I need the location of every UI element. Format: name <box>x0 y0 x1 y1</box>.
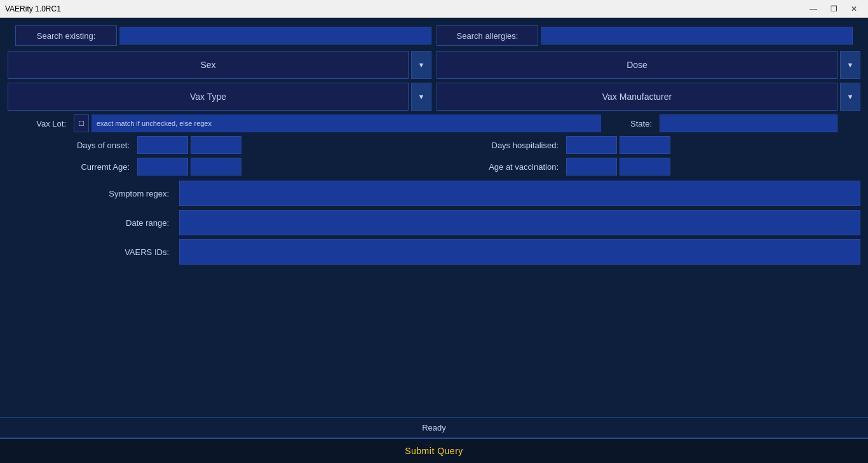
form-area: Search existing: Search allergies: Sex ▼… <box>0 18 868 417</box>
app-title: VAERity 1.0RC1 <box>5 4 61 13</box>
days-row: Days of onset: 0.0 44224.0 Days hospital… <box>8 136 860 154</box>
age-row: Curremt Age: 0.0 120.0 Age at vaccinatio… <box>8 158 860 176</box>
submit-query-button[interactable]: Submit Query <box>405 446 463 456</box>
current-age-group: Curremt Age: 0.0 120.0 <box>8 158 431 176</box>
symptom-regex-row: Symptom regex: <box>8 181 860 206</box>
current-age-max[interactable]: 120.0 <box>191 158 241 176</box>
search-row: Search existing: Search allergies: <box>8 23 860 48</box>
vaers-ids-input[interactable] <box>179 239 860 265</box>
symptom-regex-input[interactable] <box>179 181 860 206</box>
vaxmanufacturer-field: Vax Manufacturer ▼ <box>437 83 860 111</box>
sex-button[interactable]: Sex <box>8 51 409 79</box>
age-vax-max[interactable]: 119.0 <box>620 158 670 176</box>
status-bar: Ready <box>0 417 868 438</box>
vaxtype-field: Vax Type ▼ <box>8 83 431 111</box>
titlebar: VAERity 1.0RC1 — ❐ ✕ <box>0 0 868 18</box>
search-existing-group: Search existing: <box>15 25 431 46</box>
search-allergies-label: Search allergies: <box>437 25 538 46</box>
vaxlot-group: Vax Lot: ☐ exact match if unchecked, els… <box>8 114 601 132</box>
state-label: State: <box>606 119 657 128</box>
vaxlot-input-wrapper: exact match if unchecked, else regex <box>92 114 601 132</box>
vaers-ids-label: VAERS IDs: <box>8 247 179 257</box>
date-range-input[interactable] <box>179 210 860 235</box>
age-vax-group: Age at vaccination: 0.0 119.0 <box>437 158 860 176</box>
date-range-row: Date range: <box>8 210 860 235</box>
age-vax-min[interactable]: 0.0 <box>566 158 617 176</box>
search-existing-label: Search existing: <box>15 25 117 46</box>
days-hosp-min[interactable]: 0.0 <box>566 136 617 154</box>
days-hosp-group: Days hospitalised: 0.0 99999.0 <box>437 136 860 154</box>
sex-field: Sex ▼ <box>8 51 431 79</box>
vaxmanufacturer-dropdown-icon[interactable]: ▼ <box>840 83 860 111</box>
dose-button[interactable]: Dose <box>437 51 837 79</box>
maximize-button[interactable]: ❐ <box>825 3 843 15</box>
vaxlot-state-row: Vax Lot: ☐ exact match if unchecked, els… <box>8 114 860 132</box>
close-button[interactable]: ✕ <box>845 3 863 15</box>
minimize-button[interactable]: — <box>804 3 822 15</box>
days-onset-min[interactable]: 0.0 <box>137 136 188 154</box>
days-onset-group: Days of onset: 0.0 44224.0 <box>8 136 431 154</box>
search-existing-input[interactable] <box>119 27 431 45</box>
dose-dropdown-icon[interactable]: ▼ <box>840 51 860 79</box>
days-onset-label: Days of onset: <box>8 141 135 150</box>
search-allergies-input[interactable] <box>541 27 853 45</box>
vaxlot-input[interactable] <box>92 114 601 132</box>
main-content: Search existing: Search allergies: Sex ▼… <box>0 18 868 463</box>
status-text: Ready <box>422 423 446 432</box>
sex-dose-row: Sex ▼ Dose ▼ <box>8 51 860 79</box>
days-onset-max[interactable]: 44224.0 <box>191 136 241 154</box>
state-input[interactable] <box>660 114 837 132</box>
current-age-label: Curremt Age: <box>8 162 135 172</box>
age-vax-label: Age at vaccination: <box>437 162 564 172</box>
window-controls: — ❐ ✕ <box>804 3 863 15</box>
date-range-label: Date range: <box>8 218 179 228</box>
symptom-regex-label: Symptom regex: <box>8 189 179 198</box>
current-age-min[interactable]: 0.0 <box>137 158 188 176</box>
days-hosp-label: Days hospitalised: <box>437 141 564 150</box>
vaxtype-button[interactable]: Vax Type <box>8 83 409 111</box>
vaxtype-manufacturer-row: Vax Type ▼ Vax Manufacturer ▼ <box>8 83 860 111</box>
submit-bar: Submit Query <box>0 438 868 463</box>
vaxmanufacturer-button[interactable]: Vax Manufacturer <box>437 83 837 111</box>
dose-field: Dose ▼ <box>437 51 860 79</box>
state-group: State: <box>606 114 860 132</box>
vaxlot-label: Vax Lot: <box>8 119 71 128</box>
search-allergies-group: Search allergies: <box>437 25 853 46</box>
vaxlot-checkbox[interactable]: ☐ <box>74 114 89 132</box>
vaers-ids-row: VAERS IDs: <box>8 239 860 265</box>
days-hosp-max[interactable]: 99999.0 <box>620 136 670 154</box>
vaxtype-dropdown-icon[interactable]: ▼ <box>411 83 431 111</box>
sex-dropdown-icon[interactable]: ▼ <box>411 51 431 79</box>
